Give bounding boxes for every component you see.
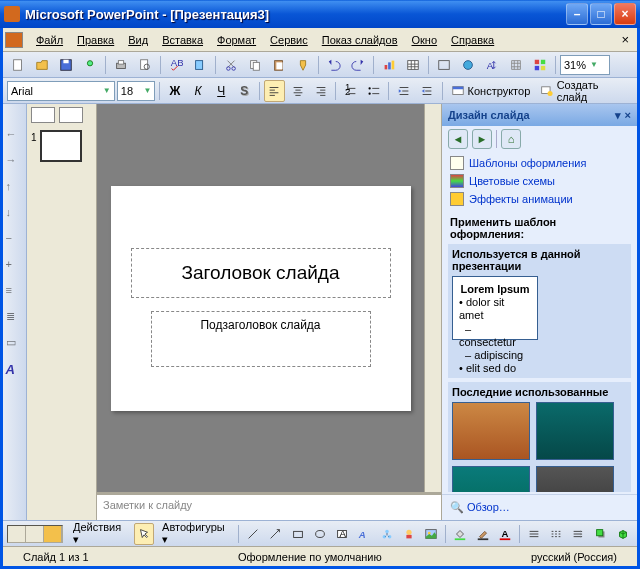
menu-slideshow[interactable]: Показ слайдов	[315, 32, 405, 48]
hyperlink-icon[interactable]	[457, 54, 479, 76]
align-left-button[interactable]	[264, 80, 285, 102]
font-combo[interactable]: Arial▼	[7, 81, 115, 101]
copy-icon[interactable]	[244, 54, 266, 76]
template-recent-1[interactable]	[452, 402, 530, 460]
menu-format[interactable]: Формат	[210, 32, 263, 48]
taskpane-close-icon[interactable]: ×	[625, 109, 631, 122]
chart-icon[interactable]	[378, 54, 400, 76]
taskpane-menu-icon[interactable]: ▾	[615, 109, 621, 122]
font-color-icon[interactable]: A	[495, 523, 515, 545]
slideshow-view-button[interactable]	[44, 526, 62, 542]
template-recent-2[interactable]	[536, 402, 614, 460]
movedown-icon[interactable]: ↓	[6, 206, 24, 224]
collapse-icon[interactable]: −	[6, 232, 24, 250]
menu-help[interactable]: Справка	[444, 32, 501, 48]
close-button[interactable]: ×	[614, 3, 636, 25]
bold-button[interactable]: Ж	[164, 80, 185, 102]
zoom-combo[interactable]: 31%▼	[560, 55, 610, 75]
print-icon[interactable]	[110, 54, 132, 76]
increase-indent-button[interactable]	[393, 80, 414, 102]
paste-icon[interactable]	[268, 54, 290, 76]
pointer-icon[interactable]	[134, 523, 154, 545]
link-colors[interactable]: Цветовые схемы	[450, 172, 629, 190]
italic-button[interactable]: К	[188, 80, 209, 102]
rectangle-icon[interactable]	[287, 523, 307, 545]
undo-icon[interactable]	[323, 54, 345, 76]
menu-view[interactable]: Вид	[121, 32, 155, 48]
normal-view-button[interactable]	[8, 526, 26, 542]
line-icon[interactable]	[243, 523, 263, 545]
arrow-style-icon[interactable]	[568, 523, 588, 545]
align-right-button[interactable]	[310, 80, 331, 102]
sorter-view-button[interactable]	[26, 526, 44, 542]
tables-borders-icon[interactable]	[433, 54, 455, 76]
minimize-button[interactable]: –	[566, 3, 588, 25]
menu-insert[interactable]: Вставка	[155, 32, 210, 48]
autoshapes-menu[interactable]: Автофигуры ▾	[156, 521, 234, 546]
color-icon[interactable]	[529, 54, 551, 76]
line-color-icon[interactable]	[472, 523, 492, 545]
shadow-style-icon[interactable]	[591, 523, 611, 545]
arrow-icon[interactable]	[265, 523, 285, 545]
open-icon[interactable]	[31, 54, 53, 76]
new-icon[interactable]	[7, 54, 29, 76]
document-icon[interactable]	[5, 32, 23, 48]
shadow-button[interactable]: S	[234, 80, 255, 102]
fill-color-icon[interactable]	[450, 523, 470, 545]
slides-tab-icon[interactable]	[59, 107, 83, 123]
cut-icon[interactable]	[220, 54, 242, 76]
thumbnail-1[interactable]: 1	[27, 126, 96, 166]
oval-icon[interactable]	[310, 523, 330, 545]
permission-icon[interactable]	[79, 54, 101, 76]
fontsize-combo[interactable]: 18▼	[117, 81, 156, 101]
bullet-list-button[interactable]	[363, 80, 384, 102]
template-current[interactable]: Lorem Ipsum • dolor sit amet – consectet…	[452, 276, 538, 340]
expand-icon[interactable]: +	[6, 258, 24, 276]
forward-button[interactable]: ►	[472, 129, 492, 149]
dash-style-icon[interactable]	[546, 523, 566, 545]
wordart-icon[interactable]: A	[354, 523, 374, 545]
vertical-scrollbar[interactable]	[424, 104, 441, 492]
diagram-icon[interactable]	[376, 523, 396, 545]
new-slide-button[interactable]: Создать слайд	[536, 80, 633, 102]
demote-icon[interactable]: →	[6, 154, 24, 172]
promote-icon[interactable]: ←	[6, 128, 24, 146]
summary-icon[interactable]: ▭	[6, 336, 24, 354]
actions-menu[interactable]: Действия ▾	[67, 521, 132, 546]
slide[interactable]: Заголовок слайда Подзаголовок слайда	[111, 186, 411, 411]
align-center-button[interactable]	[287, 80, 308, 102]
spell-icon[interactable]: ABC	[165, 54, 187, 76]
back-button[interactable]: ◄	[448, 129, 468, 149]
subtitle-placeholder[interactable]: Подзаголовок слайда	[151, 311, 371, 367]
notes-pane[interactable]: Заметки к слайду	[97, 492, 441, 520]
save-icon[interactable]	[55, 54, 77, 76]
menu-window[interactable]: Окно	[405, 32, 445, 48]
line-style-icon[interactable]	[524, 523, 544, 545]
link-templates[interactable]: Шаблоны оформления	[450, 154, 629, 172]
outline-tab-icon[interactable]	[31, 107, 55, 123]
preview-icon[interactable]	[134, 54, 156, 76]
link-anim[interactable]: Эффекты анимации	[450, 190, 629, 208]
research-icon[interactable]	[189, 54, 211, 76]
designer-button[interactable]: Конструктор	[447, 80, 535, 102]
grid-icon[interactable]	[505, 54, 527, 76]
textbox-icon[interactable]: A	[332, 523, 352, 545]
slide-canvas[interactable]: Заголовок слайда Подзаголовок слайда	[97, 104, 424, 492]
collapse-all-icon[interactable]: ≡	[6, 284, 24, 302]
menu-file[interactable]: Файл	[29, 32, 70, 48]
numbered-list-button[interactable]: 12	[340, 80, 361, 102]
mdi-close-button[interactable]: ×	[615, 32, 635, 47]
decrease-indent-button[interactable]	[416, 80, 437, 102]
formatting-toggle-icon[interactable]: A	[6, 362, 24, 380]
expand-all-icon[interactable]: ≣	[6, 310, 24, 328]
redo-icon[interactable]	[347, 54, 369, 76]
menu-edit[interactable]: Правка	[70, 32, 121, 48]
home-button[interactable]: ⌂	[501, 129, 521, 149]
template-recent-4[interactable]	[536, 466, 614, 492]
expand-icon[interactable]: A	[481, 54, 503, 76]
moveup-icon[interactable]: ↑	[6, 180, 24, 198]
picture-icon[interactable]	[421, 523, 441, 545]
browse-link[interactable]: Обзор…	[467, 501, 510, 513]
template-recent-3[interactable]	[452, 466, 530, 492]
menu-tools[interactable]: Сервис	[263, 32, 315, 48]
